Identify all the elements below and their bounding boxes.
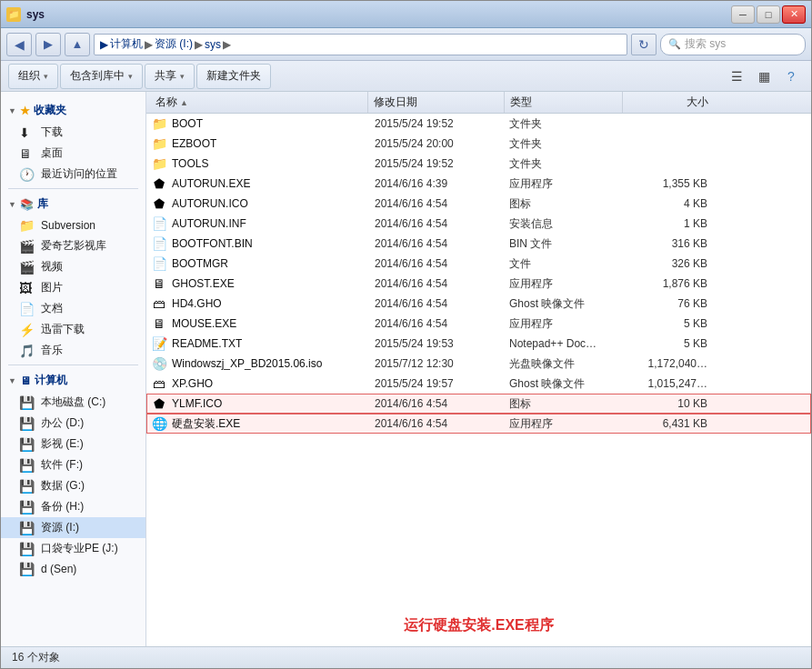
sidebar-item-sen[interactable]: 💾 d (Sen) (1, 559, 145, 579)
favorites-header[interactable]: ▼ ★ 收藏夹 (1, 99, 145, 122)
toolbar: 组织 ▾ 包含到库中 ▾ 共享 ▾ 新建文件夹 ☰ ▦ ? (1, 61, 811, 92)
table-row[interactable]: 🗃 HD4.GHO 2014/6/16 4:54 Ghost 映像文件 76 K… (146, 294, 811, 314)
file-icon: 🖥 (151, 276, 167, 291)
window-controls: ─ □ ✕ (731, 5, 806, 24)
table-row[interactable]: 📁 EZBOOT 2015/5/24 20:00 文件夹 (146, 134, 811, 154)
path-folder[interactable]: sys (205, 38, 221, 51)
search-box[interactable]: 🔍 搜索 sys (660, 34, 806, 55)
file-icon: 🌐 (151, 416, 167, 431)
sidebar-item-j[interactable]: 💾 口袋专业PE (J:) (1, 538, 145, 559)
col-header-size[interactable]: 大小 (623, 92, 714, 113)
sidebar-item-video[interactable]: 🎬 视频 (1, 256, 145, 277)
table-row[interactable]: 📝 README.TXT 2015/5/24 19:53 Notepad++ D… (146, 334, 811, 354)
view-toggle-button[interactable]: ▦ (751, 64, 777, 89)
col-header-name[interactable]: 名称 ▲ (150, 92, 368, 113)
file-name-text: BOOTMGR (172, 257, 228, 270)
table-row[interactable]: ⬟ AUTORUN.EXE 2014/6/16 4:39 应用程序 1,355 … (146, 174, 811, 194)
sidebar-item-download[interactable]: ⬇ 下载 (1, 122, 145, 143)
forward-button[interactable]: ▶ (35, 33, 61, 56)
drive-h-icon: 💾 (19, 500, 35, 514)
help-button[interactable]: ? (778, 64, 804, 89)
view-options-button[interactable]: ☰ (724, 64, 749, 89)
search-icon: 🔍 (668, 38, 681, 50)
sidebar-item-thunder[interactable]: ⚡ 迅雷下载 (1, 319, 145, 340)
music-label: 音乐 (41, 343, 63, 358)
address-go-button[interactable]: ↻ (631, 34, 657, 55)
drive-h-label: 备份 (H:) (41, 499, 84, 514)
file-name-text: GHOST.EXE (172, 277, 235, 290)
file-date: 2014/6/16 4:54 (369, 417, 506, 430)
path-root[interactable]: 计算机 (110, 36, 143, 52)
sidebar-item-i[interactable]: 💾 资源 (I:) (1, 517, 145, 538)
file-name-cell: 📄 BOOTFONT.BIN (151, 236, 369, 251)
table-row[interactable]: 🌐 硬盘安装.EXE 2014/6/16 4:54 应用程序 6,431 KB (146, 414, 811, 434)
include-library-button[interactable]: 包含到库中 ▾ (60, 64, 143, 89)
close-button[interactable]: ✕ (782, 5, 806, 24)
new-folder-button[interactable]: 新建文件夹 (196, 64, 271, 89)
address-field[interactable]: ▶ 计算机 ▶ 资源 (I:) ▶ sys ▶ (94, 34, 627, 55)
sidebar-item-documents[interactable]: 📄 文档 (1, 298, 145, 319)
table-row[interactable]: 📄 BOOTMGR 2014/6/16 4:54 文件 326 KB (146, 254, 811, 274)
file-date: 2015/7/12 12:30 (369, 357, 506, 370)
sidebar-item-recent[interactable]: 🕐 最近访问的位置 (1, 164, 145, 185)
table-row[interactable]: ⬟ YLMF.ICO 2014/6/16 4:54 图标 10 KB (146, 394, 811, 414)
drive-sen-icon: 💾 (19, 562, 35, 576)
file-icon: 📄 (151, 216, 167, 231)
table-row[interactable]: 💿 Windowszj_XP_BD2015.06.iso 2015/7/12 1… (146, 354, 811, 374)
restore-button[interactable]: □ (757, 5, 780, 24)
new-folder-label: 新建文件夹 (206, 68, 261, 84)
sidebar-item-f[interactable]: 💾 软件 (F:) (1, 454, 145, 475)
file-name-text: AUTORUN.EXE (172, 177, 250, 190)
table-row[interactable]: 📄 AUTORUN.INF 2014/6/16 4:54 安装信息 1 KB (146, 214, 811, 234)
documents-icon: 📄 (19, 302, 35, 316)
include-library-dropdown-arrow: ▾ (128, 72, 133, 81)
sidebar-item-iqiyi[interactable]: 🎬 爱奇艺影视库 (1, 235, 145, 256)
table-row[interactable]: 📄 BOOTFONT.BIN 2014/6/16 4:54 BIN 文件 316… (146, 234, 811, 254)
table-row[interactable]: 🖥 MOUSE.EXE 2014/6/16 4:54 应用程序 5 KB (146, 314, 811, 334)
sidebar-item-e[interactable]: 💾 影视 (E:) (1, 434, 145, 454)
col-header-date[interactable]: 修改日期 (368, 92, 505, 113)
path-computer[interactable]: ▶ (100, 38, 108, 51)
table-row[interactable]: 🗃 XP.GHO 2015/5/24 19:57 Ghost 映像文件 1,01… (146, 374, 811, 394)
library-header[interactable]: ▼ 📚 库 (1, 193, 145, 215)
minimize-button[interactable]: ─ (731, 5, 755, 24)
computer-icon: 🖥 (20, 374, 31, 387)
file-name-cell: ⬟ AUTORUN.ICO (151, 196, 369, 211)
file-date: 2015/5/24 20:00 (369, 137, 506, 150)
download-icon: ⬇ (19, 125, 35, 140)
sidebar-divider-2 (8, 364, 138, 365)
organize-button[interactable]: 组织 ▾ (8, 64, 58, 89)
file-date: 2014/6/16 4:54 (369, 257, 506, 270)
share-button[interactable]: 共享 ▾ (145, 64, 195, 89)
table-row[interactable]: 📁 BOOT 2015/5/24 19:52 文件夹 (146, 114, 811, 134)
favorites-section: ▼ ★ 收藏夹 ⬇ 下载 🖥 桌面 🕐 最近访问的位置 (1, 99, 145, 185)
sidebar-item-g[interactable]: 💾 数据 (G:) (1, 475, 145, 496)
table-row[interactable]: 📁 TOOLS 2015/5/24 19:52 文件夹 (146, 154, 811, 174)
back-button[interactable]: ◀ (6, 33, 32, 56)
favorites-star-icon: ★ (20, 105, 30, 117)
sidebar-item-d[interactable]: 💾 办公 (D:) (1, 413, 145, 434)
sidebar-item-desktop[interactable]: 🖥 桌面 (1, 143, 145, 164)
table-row[interactable]: ⬟ AUTORUN.ICO 2014/6/16 4:54 图标 4 KB (146, 194, 811, 214)
file-type: 文件 (506, 256, 624, 272)
sidebar-item-pictures[interactable]: 🖼 图片 (1, 277, 145, 298)
up-button[interactable]: ▲ (65, 33, 90, 56)
sidebar-item-subversion[interactable]: 📁 Subversion (1, 215, 145, 235)
file-size: 316 KB (624, 237, 715, 250)
sidebar-item-c[interactable]: 💾 本地磁盘 (C:) (1, 392, 145, 413)
favorites-arrow: ▼ (8, 106, 16, 115)
file-type: 图标 (506, 196, 624, 212)
search-placeholder: 搜索 sys (685, 36, 726, 52)
sidebar-item-h[interactable]: 💾 备份 (H:) (1, 496, 145, 517)
computer-header[interactable]: ▼ 🖥 计算机 (1, 369, 145, 392)
sidebar-item-music[interactable]: 🎵 音乐 (1, 340, 145, 361)
address-path: ▶ 计算机 ▶ 资源 (I:) ▶ sys ▶ (100, 36, 231, 52)
file-name-text: Windowszj_XP_BD2015.06.iso (172, 357, 322, 370)
table-row[interactable]: 🖥 GHOST.EXE 2014/6/16 4:54 应用程序 1,876 KB (146, 274, 811, 294)
share-label: 共享 (155, 68, 176, 84)
path-drive[interactable]: 资源 (I:) (155, 36, 193, 52)
file-icon: 📁 (151, 136, 167, 151)
file-name-cell: ⬟ AUTORUN.EXE (151, 176, 369, 191)
file-type: 文件夹 (506, 156, 624, 172)
col-header-type[interactable]: 类型 (505, 92, 623, 113)
